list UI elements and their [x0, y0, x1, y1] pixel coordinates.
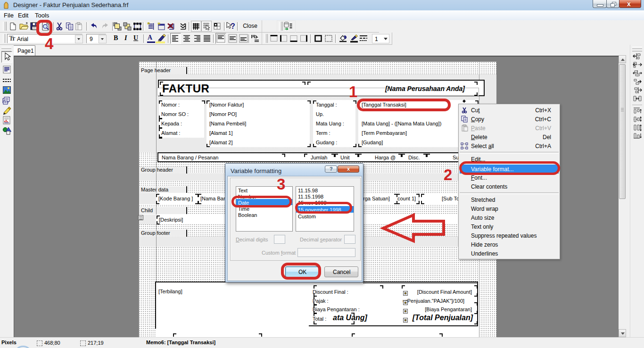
svg-text:?: ? [231, 22, 235, 30]
